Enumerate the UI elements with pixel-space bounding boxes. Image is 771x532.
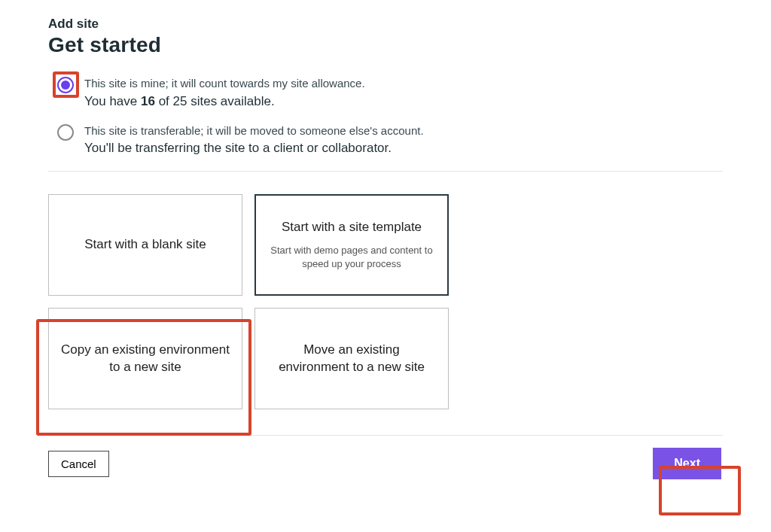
add-site-wizard: Add site Get started This site is mine; … (0, 0, 771, 479)
pre-title: Add site (48, 17, 723, 32)
sites-available-post: of 25 sites available. (155, 94, 275, 108)
next-button[interactable]: Next (653, 448, 721, 479)
option-site-template[interactable]: Start with a site template Start with de… (254, 194, 449, 296)
page-title: Get started (48, 33, 723, 57)
sites-available-pre: You have (84, 94, 141, 108)
ownership-option-mine-primary: This site is mine; it will count towards… (84, 75, 365, 93)
ownership-option-mine-secondary: You have 16 of 25 sites available. (84, 94, 365, 109)
ownership-option-mine-text: This site is mine; it will count towards… (84, 75, 365, 109)
radio-icon[interactable] (57, 124, 74, 141)
option-move-environment-title: Move an existing environment to a new si… (267, 342, 436, 376)
radio-icon[interactable] (57, 77, 74, 93)
ownership-option-transferable-secondary: You'll be transferring the site to a cli… (84, 141, 424, 156)
start-options-grid: Start with a blank site Start with a sit… (48, 194, 723, 409)
cancel-button[interactable]: Cancel (48, 451, 109, 477)
divider (48, 435, 723, 436)
ownership-radio-group: This site is mine; it will count towards… (57, 75, 723, 156)
ownership-option-transferable-primary: This site is transferable; it will be mo… (84, 123, 424, 140)
option-copy-environment-title: Copy an existing environment to a new si… (61, 342, 230, 376)
option-move-environment[interactable]: Move an existing environment to a new si… (254, 308, 449, 409)
ownership-option-transferable-text: This site is transferable; it will be mo… (84, 123, 424, 157)
wizard-footer: Cancel Next (48, 448, 723, 479)
option-site-template-title: Start with a site template (282, 219, 422, 236)
ownership-option-transferable[interactable]: This site is transferable; it will be mo… (57, 123, 723, 157)
ownership-option-mine[interactable]: This site is mine; it will count towards… (57, 75, 723, 109)
sites-available-count: 16 (141, 94, 155, 108)
option-blank-site-title: Start with a blank site (84, 236, 206, 254)
divider (48, 171, 723, 172)
option-blank-site[interactable]: Start with a blank site (48, 194, 242, 296)
option-site-template-subtitle: Start with demo pages and content to spe… (268, 244, 435, 270)
option-copy-environment[interactable]: Copy an existing environment to a new si… (48, 308, 242, 409)
